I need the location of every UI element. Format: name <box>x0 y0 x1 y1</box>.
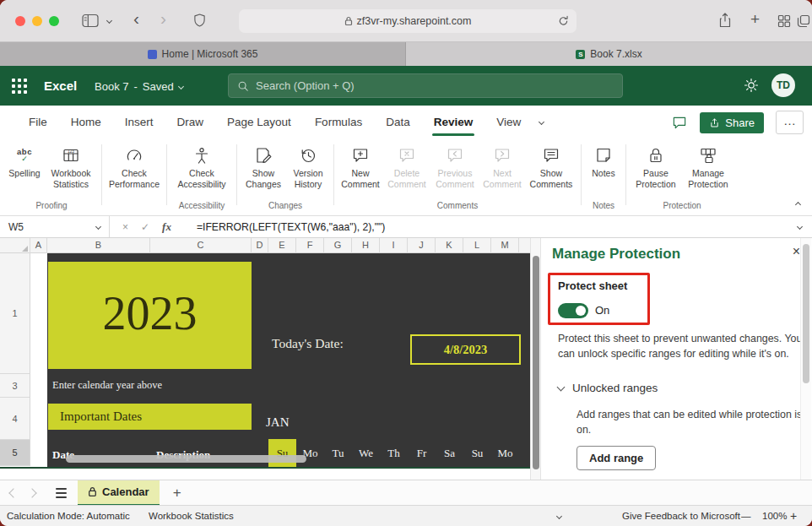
column-header[interactable]: L <box>463 238 491 253</box>
sheet-grid[interactable]: 2023 Today's Date: 4/8/2023 Enter calend… <box>30 253 530 467</box>
app-launcher-button[interactable] <box>12 79 27 94</box>
column-header[interactable]: I <box>380 238 408 253</box>
enter-button[interactable]: ✓ <box>141 222 149 232</box>
column-header[interactable]: B <box>47 238 150 253</box>
weekday-cell[interactable]: Th <box>380 439 408 467</box>
cancel-button[interactable]: × <box>122 222 128 232</box>
collapse-ribbon-icon[interactable] <box>795 202 801 208</box>
check-performance-button[interactable]: Check Performance <box>106 142 163 189</box>
column-header[interactable]: F <box>296 238 324 253</box>
horizontal-scrollbar-thumb[interactable] <box>66 455 306 463</box>
weekday-cell[interactable]: Tu <box>324 439 352 467</box>
column-header[interactable]: E <box>268 238 296 253</box>
workbook-statistics-button[interactable]: 123 Workbook Statistics <box>44 142 98 189</box>
privacy-shield-icon[interactable] <box>193 13 206 28</box>
new-sheet-button[interactable]: + <box>173 485 181 500</box>
previous-comment-button[interactable]: Previous Comment <box>430 142 479 189</box>
weekday-cell[interactable]: Sa <box>436 439 463 467</box>
ribbon-tab-formulas[interactable]: Formulas <box>303 107 374 137</box>
browser-tab-workbook[interactable]: Book 7.xlsx <box>406 42 812 66</box>
calendar-year-cell[interactable]: 2023 <box>48 262 252 369</box>
pause-protection-button[interactable]: Pause Protection <box>630 142 682 189</box>
all-sheets-menu-button[interactable] <box>56 488 67 498</box>
protect-sheet-toggle[interactable] <box>558 303 588 318</box>
tab-overview-button[interactable] <box>797 14 810 28</box>
forward-button[interactable]: › <box>160 9 166 27</box>
search-input[interactable] <box>256 79 614 92</box>
row-header[interactable]: 4 <box>0 398 30 440</box>
check-accessibility-button[interactable]: Check Accessibility <box>171 142 233 189</box>
fullscreen-window-button[interactable] <box>49 16 59 26</box>
ribbon-tab-insert[interactable]: Insert <box>113 107 165 137</box>
account-avatar[interactable]: TD <box>771 73 795 97</box>
next-comment-button[interactable]: Next Comment <box>479 142 525 189</box>
show-comments-button[interactable]: Show Comments <box>525 142 577 189</box>
panel-scrollbar[interactable] <box>800 238 811 480</box>
new-comment-button[interactable]: New Comment <box>338 142 383 189</box>
zoom-out-button[interactable]: — <box>741 506 751 526</box>
manage-protection-button[interactable]: Manage Protection <box>682 142 734 189</box>
unlocked-ranges-expander[interactable]: Unlocked ranges <box>558 382 658 394</box>
status-chevron-icon[interactable] <box>556 513 562 519</box>
reload-button[interactable] <box>558 15 569 26</box>
sheet-vertical-scrollbar[interactable] <box>530 238 540 480</box>
select-all-corner[interactable] <box>0 238 30 253</box>
weekday-cell[interactable]: Su <box>268 439 296 467</box>
ribbon-more-button[interactable]: … <box>776 111 804 134</box>
tab-group-icon[interactable] <box>777 14 791 28</box>
calculation-mode[interactable]: Calculation Mode: Automatic <box>7 506 130 526</box>
ribbon-tabs-overflow-icon[interactable] <box>539 118 544 124</box>
enter-year-hint[interactable]: Enter calendar year above <box>52 379 162 392</box>
browser-tab-home[interactable]: Home | Microsoft 365 <box>0 42 406 66</box>
close-panel-button[interactable]: × <box>793 245 800 258</box>
share-page-button[interactable] <box>718 12 732 28</box>
new-tab-button[interactable]: + <box>750 11 760 27</box>
name-box[interactable]: W5 <box>0 216 110 237</box>
column-header[interactable]: G <box>324 238 352 253</box>
ribbon-tab-page-layout[interactable]: Page Layout <box>215 107 303 137</box>
ribbon-tab-draw[interactable]: Draw <box>165 107 216 137</box>
ribbon-tab-view[interactable]: View <box>484 107 533 137</box>
row-header[interactable]: 1 <box>0 253 30 374</box>
weekday-cell[interactable]: We <box>352 439 380 467</box>
next-sheet-icon[interactable] <box>27 488 36 497</box>
important-dates-cell[interactable]: Important Dates <box>48 404 252 430</box>
add-range-button[interactable]: Add range <box>577 446 656 470</box>
todays-date-label[interactable]: Today's Date: <box>272 336 344 351</box>
column-header-partial[interactable] <box>519 238 530 253</box>
column-header[interactable]: D <box>252 238 268 253</box>
doc-chevron-icon[interactable] <box>178 84 184 89</box>
row-header-selected[interactable]: 5 <box>0 440 30 466</box>
month-label[interactable]: JAN <box>266 415 290 430</box>
minimize-window-button[interactable] <box>32 16 42 26</box>
sheet-tab-calendar[interactable]: Calendar <box>78 480 160 506</box>
formula-input[interactable]: =IFERROR(LEFT(TEXT(W6,"aaa"), 2),"") <box>197 221 386 233</box>
share-workbook-button[interactable]: Share <box>700 112 764 133</box>
ribbon-tab-review[interactable]: Review <box>422 107 485 137</box>
close-window-button[interactable] <box>15 16 25 26</box>
weekday-cell[interactable]: Mo <box>491 439 519 467</box>
workbook-statistics-status[interactable]: Workbook Statistics <box>149 506 234 526</box>
column-header[interactable]: M <box>491 238 519 253</box>
ribbon-tab-data[interactable]: Data <box>374 107 422 137</box>
comments-icon[interactable] <box>671 115 688 131</box>
zoom-level[interactable]: 100% <box>762 506 787 526</box>
column-header[interactable]: K <box>436 238 463 253</box>
panel-scrollbar-thumb[interactable] <box>803 244 809 383</box>
ribbon-tab-home[interactable]: Home <box>59 107 113 137</box>
show-changes-button[interactable]: Show Changes <box>241 142 286 189</box>
name-box-chevron-icon[interactable] <box>95 224 101 230</box>
delete-comment-button[interactable]: Delete Comment <box>383 142 430 189</box>
sidebar-chevron-icon[interactable] <box>106 18 112 24</box>
version-history-button[interactable]: Version History <box>286 142 330 189</box>
column-header[interactable]: A <box>30 238 47 253</box>
settings-gear-button[interactable] <box>744 78 759 93</box>
insert-function-button[interactable]: fx <box>162 221 171 232</box>
vertical-scrollbar-thumb[interactable] <box>533 256 539 469</box>
row-header[interactable]: 3 <box>0 374 30 398</box>
document-title[interactable]: Book 7 - Saved <box>95 80 183 93</box>
address-bar[interactable]: zf3vr-my.sharepoint.com <box>239 9 577 33</box>
column-header[interactable]: J <box>408 238 436 253</box>
weekday-cell[interactable]: Fr <box>408 439 436 467</box>
column-header[interactable]: H <box>352 238 380 253</box>
